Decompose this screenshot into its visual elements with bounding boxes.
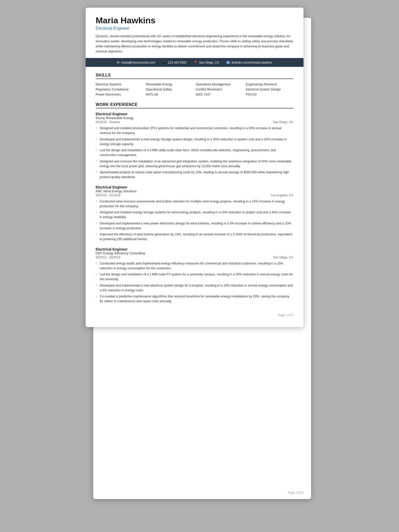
- job-3: Electrical Engineer DEF Energy Efficienc…: [96, 247, 293, 304]
- skills-section: SKILLS Electrical Systems Renewable Ener…: [96, 73, 293, 96]
- page1-label: Page 1 of 2: [86, 309, 303, 317]
- job-3-bullet-1: Conducted energy audits and implemented …: [96, 261, 293, 271]
- job-3-location: San Diego, CA: [273, 256, 293, 259]
- job-2-bullets: Conducted wind resource assessments and …: [96, 199, 293, 242]
- skill-2: Renewable Energy: [146, 83, 193, 86]
- skill-9: Power Electronics: [96, 93, 143, 96]
- job-1-bullet-1: Designed and installed photovoltaic (PV)…: [96, 126, 293, 136]
- job-2: Electrical Engineer ABC Wind Energy Solu…: [96, 185, 293, 242]
- email-icon: ✉: [117, 61, 120, 64]
- skill-4: Engineering Research: [246, 83, 293, 86]
- skills-title: SKILLS: [96, 73, 293, 79]
- skill-8: Electrical System Design: [246, 88, 293, 91]
- job-3-bullet-2: Led the design and installation of a 1 M…: [96, 272, 293, 282]
- job-3-bullets: Conducted energy audits and implemented …: [96, 261, 293, 304]
- page2-label: Page 2 of 2: [288, 491, 303, 495]
- contact-email: ✉ maria@novoresume.com: [117, 61, 155, 64]
- job-3-bullet-3: Developed and implemented a new electric…: [96, 283, 293, 293]
- job-1-bullet-3: Led the design and installation of a 5 M…: [96, 148, 293, 158]
- skill-12: PSCAD: [246, 93, 293, 96]
- skill-10: MATLAB: [146, 93, 193, 96]
- job-2-dates: 05/2015 - 01/2018: [96, 194, 120, 197]
- job-2-company: ABC Wind Energy Solutions: [96, 189, 293, 193]
- skill-6: Operational Safety: [146, 88, 193, 91]
- job-1: Electrical Engineer Sunny Renewable Ener…: [96, 112, 293, 180]
- job-2-location: Los Angeles, CA: [271, 194, 293, 197]
- job-2-meta: 05/2015 - 01/2018 Los Angeles, CA: [96, 194, 293, 197]
- job-3-bullet-4: Co-created a predictive maintenance algo…: [96, 294, 293, 304]
- candidate-summary: Dynamic, results-oriented professional w…: [96, 34, 293, 54]
- job-3-company: DEF Energy Efficiency Consulting: [96, 251, 293, 255]
- candidate-title: Electrical Engineer: [96, 26, 293, 31]
- job-2-bullet-1: Conducted wind resource assessments and …: [96, 199, 293, 209]
- job-3-meta: 03/2012 - 04/2015 San Diego, CA: [96, 256, 293, 259]
- job-1-meta: 02/2018 - Present San Diego, CA: [96, 120, 293, 124]
- job-1-bullet-5: Spearheaded projects to reduce solar pan…: [96, 170, 293, 180]
- page-1-main: Maria Hawkins Electrical Engineer Dynami…: [86, 8, 303, 327]
- contact-bar: ✉ maria@novoresume.com 📱 123 444 5555 📍 …: [86, 58, 303, 67]
- job-2-bullet-3: Developed and implemented a new power el…: [96, 221, 293, 231]
- job-1-title: Electrical Engineer: [96, 112, 293, 116]
- skill-5: Regulatory Compliance: [96, 88, 143, 91]
- skill-11: IEEE 1547: [196, 93, 243, 96]
- job-1-bullets: Designed and installed photovoltaic (PV)…: [96, 126, 293, 180]
- linkedin-text: linkedin.com/in/maria.hawkins: [232, 61, 272, 64]
- contact-location: 📍 San Diego, CA: [194, 61, 219, 64]
- contact-phone: 📱 123 444 5555: [162, 61, 186, 64]
- work-experience-title: WORK EXPERIENCE: [96, 102, 293, 108]
- job-1-bullet-2: Developed and implemented a new energy s…: [96, 137, 293, 147]
- resume-header: Maria Hawkins Electrical Engineer Dynami…: [86, 8, 303, 58]
- email-text: maria@novoresume.com: [121, 61, 155, 64]
- job-1-location: San Diego, CA: [273, 120, 293, 124]
- phone-icon: 📱: [162, 61, 166, 64]
- skill-7: Conflict Resolution: [196, 88, 243, 91]
- job-2-bullet-4: Improved the efficiency of wind turbine …: [96, 232, 293, 242]
- location-text: San Diego, CA: [199, 61, 219, 64]
- linkedin-icon: in: [226, 61, 230, 64]
- job-2-bullet-2: Designed and installed energy storage sy…: [96, 210, 293, 220]
- job-1-company: Sunny Renewable Energy: [96, 116, 293, 120]
- job-1-bullet-4: Designed and oversaw the installation of…: [96, 159, 293, 169]
- contact-linkedin: in linkedin.com/in/maria.hawkins: [226, 61, 272, 64]
- location-icon: 📍: [194, 61, 198, 64]
- job-3-title: Electrical Engineer: [96, 247, 293, 251]
- work-experience-section: WORK EXPERIENCE Electrical Engineer Sunn…: [96, 102, 293, 304]
- job-3-dates: 03/2012 - 04/2015: [96, 256, 120, 259]
- job-2-title: Electrical Engineer: [96, 185, 293, 189]
- phone-text: 123 444 5555: [168, 61, 186, 64]
- skill-1: Electrical Systems: [96, 83, 143, 86]
- skills-grid: Electrical Systems Renewable Energy Oper…: [96, 83, 293, 96]
- skill-3: Operations Management: [196, 83, 243, 86]
- job-1-dates: 02/2018 - Present: [96, 120, 120, 124]
- candidate-name: Maria Hawkins: [96, 16, 293, 25]
